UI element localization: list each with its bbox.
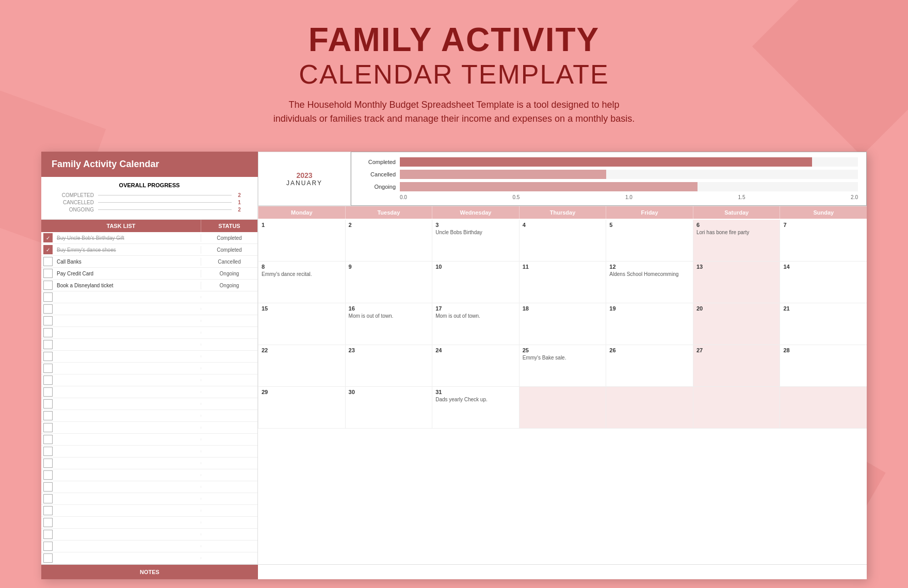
cal-week-0: 123Uncle Bobs Birthday456Lori has bone f… [258, 220, 867, 262]
task-row-0: ✓Buy Uncle Bob's Birthday GiftCompleted [41, 232, 257, 244]
cal-cell-w4-d1: 30 [345, 387, 432, 428]
task-row-4: Book a Disneyland ticketOngoing [41, 280, 257, 291]
progress-completed-row: COMPLETED 2 [52, 192, 247, 198]
task-checkbox-9[interactable] [43, 340, 53, 349]
task-name-1: Buy Emmy's dance shoes [55, 246, 201, 254]
task-name-12 [55, 379, 201, 381]
task-checkbox-25[interactable] [43, 530, 53, 539]
task-checkbox-23[interactable] [43, 506, 53, 515]
cal-day-num-w4-d0: 29 [262, 389, 342, 395]
task-checkbox-26[interactable] [43, 542, 53, 551]
cal-event-w2-d1: Mom is out of town. [349, 313, 394, 319]
task-name-16 [55, 427, 201, 429]
task-name-2: Call Banks [55, 258, 201, 266]
task-row-20 [41, 469, 257, 481]
chart-cancelled-bar-bg [400, 170, 858, 179]
chart-completed-label: Completed [360, 159, 396, 165]
cal-event-w2-d2: Mom is out of town. [435, 313, 480, 319]
task-name-5 [55, 296, 201, 298]
progress-cancelled-label: CANCELLED [52, 200, 98, 205]
task-status-2: Cancelled [201, 258, 257, 266]
chart-cancelled-bar [400, 170, 606, 179]
cal-day-num-w3-d5: 27 [696, 347, 777, 353]
page-title-line2: CALENDAR TEMPLATE [10, 59, 898, 90]
task-status-6 [201, 308, 257, 310]
cal-day-num-w0-d2: 3 [435, 222, 516, 228]
task-checkbox-16[interactable] [43, 423, 53, 432]
task-checkbox-0[interactable]: ✓ [43, 233, 53, 242]
cal-cell-w4-d2: 31Dads yearly Check up. [432, 387, 519, 428]
task-checkbox-13[interactable] [43, 387, 53, 397]
progress-ongoing-label: ONGOING [52, 207, 98, 213]
task-checkbox-19[interactable] [43, 459, 53, 468]
task-checkbox-20[interactable] [43, 470, 53, 480]
cal-day-num-w3-d6: 28 [783, 347, 864, 353]
task-checkbox-11[interactable] [43, 364, 53, 373]
task-name-7 [55, 320, 201, 322]
task-checkbox-14[interactable] [43, 399, 53, 409]
cal-week-3: 22232425Emmy's Bake sale.262728 [258, 345, 867, 387]
page-header: FAMILY ACTIVITY CALENDAR TEMPLATE The Ho… [0, 0, 908, 136]
task-row-7 [41, 315, 257, 327]
task-checkbox-6[interactable] [43, 304, 53, 314]
task-checkbox-21[interactable] [43, 482, 53, 492]
task-status-26 [201, 545, 257, 547]
cal-event-w0-d2: Uncle Bobs Birthday [435, 230, 482, 235]
cal-day-num-w1-d3: 11 [523, 264, 603, 270]
task-list: ✓Buy Uncle Bob's Birthday GiftCompleted✓… [41, 232, 257, 564]
task-checkbox-2[interactable] [43, 257, 53, 266]
task-row-18 [41, 446, 257, 458]
task-name-3: Pay Credit Card [55, 270, 201, 277]
progress-title: OVERALL PROGRESS [119, 182, 180, 188]
task-checkbox-24[interactable] [43, 518, 53, 527]
task-status-25 [201, 533, 257, 535]
task-name-22 [55, 498, 201, 500]
task-checkbox-10[interactable] [43, 352, 53, 361]
spreadsheet-top: Family Activity Calendar OVERALL PROGRES… [41, 152, 867, 220]
cal-cell-w3-d3: 25Emmy's Bake sale. [519, 345, 606, 386]
task-checkbox-8[interactable] [43, 328, 53, 337]
task-checkbox-4[interactable] [43, 281, 53, 290]
task-row-6 [41, 303, 257, 315]
progress-cancelled-line [98, 202, 232, 203]
cal-day-num-w0-d6: 7 [783, 222, 864, 228]
task-section: TASK LIST STATUS ✓Buy Uncle Bob's Birthd… [41, 220, 258, 564]
task-checkbox-3[interactable] [43, 269, 53, 278]
cal-day-num-w2-d2: 17 [435, 305, 516, 312]
cal-cell-w3-d2: 24 [432, 345, 519, 386]
task-name-17 [55, 438, 201, 440]
task-row-23 [41, 505, 257, 517]
task-checkbox-5[interactable] [43, 292, 53, 302]
task-name-18 [55, 450, 201, 452]
task-row-1: ✓Buy Emmy's dance shoesCompleted [41, 244, 257, 256]
task-name-9 [55, 344, 201, 346]
progress-section: OVERALL PROGRESS COMPLETED 2 CANCELLED 1… [41, 177, 258, 220]
cal-cell-w4-d5 [693, 387, 780, 428]
cal-event-w3-d3: Emmy's Bake sale. [523, 355, 566, 361]
task-checkbox-17[interactable] [43, 435, 53, 444]
year-display: 2023 [296, 171, 312, 179]
task-row-21 [41, 481, 257, 493]
task-name-10 [55, 355, 201, 357]
task-name-0: Buy Uncle Bob's Birthday Gift [55, 234, 201, 242]
task-checkbox-7[interactable] [43, 316, 53, 325]
cal-cell-w2-d2: 17Mom is out of town. [432, 303, 519, 345]
task-checkbox-12[interactable] [43, 375, 53, 385]
cal-cell-w1-d3: 11 [519, 262, 606, 303]
task-checkbox-15[interactable] [43, 411, 53, 420]
task-checkbox-27[interactable] [43, 553, 53, 563]
task-name-14 [55, 403, 201, 405]
task-checkbox-18[interactable] [43, 447, 53, 456]
cal-cell-w2-d0: 15 [258, 303, 345, 345]
task-row-16 [41, 422, 257, 434]
cal-header-tuesday: Tuesday [345, 206, 432, 219]
spreadsheet-top-left: Family Activity Calendar OVERALL PROGRES… [41, 152, 258, 220]
cal-cell-w0-d6: 7 [780, 220, 867, 261]
chart-row-cancelled: Cancelled [360, 170, 858, 179]
task-checkbox-22[interactable] [43, 494, 53, 503]
cal-cell-w1-d1: 9 [345, 262, 432, 303]
task-status-23 [201, 510, 257, 512]
task-name-8 [55, 332, 201, 334]
task-checkbox-1[interactable]: ✓ [43, 245, 53, 254]
cal-cell-w4-d3 [519, 387, 606, 428]
